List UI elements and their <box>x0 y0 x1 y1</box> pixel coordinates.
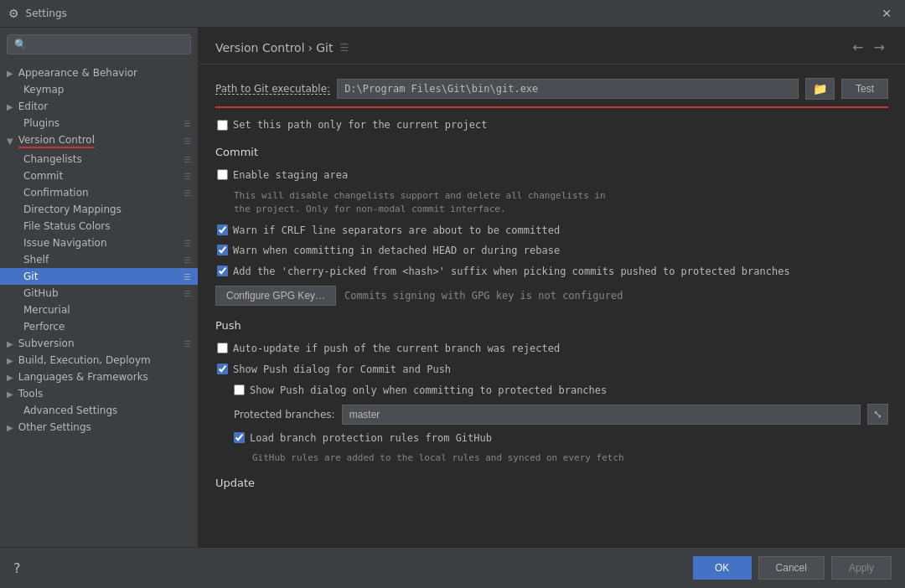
staging-area-row: Enable staging area <box>215 168 888 183</box>
protected-branches-label: Protected branches: <box>234 409 335 420</box>
commit-icon: ☰ <box>184 172 191 181</box>
show-push-dialog-checkbox[interactable] <box>217 364 228 374</box>
configure-gpg-button[interactable]: Configure GPG Key… <box>215 286 336 306</box>
sidebar-item-mercurial[interactable]: Mercurial <box>0 302 198 318</box>
sidebar-item-languages[interactable]: ▶ Languages & Frameworks <box>0 369 198 385</box>
sidebar-item-advanced-settings[interactable]: Advanced Settings <box>0 402 198 419</box>
sidebar-item-github[interactable]: GitHub ☰ <box>0 285 198 302</box>
sidebar-item-plugins[interactable]: Plugins ☰ <box>0 115 198 132</box>
load-branch-protection-label: Load branch protection rules from GitHub <box>250 431 492 446</box>
sidebar-item-other-settings[interactable]: ▶ Other Settings <box>0 419 198 436</box>
push-dialog-protected-label: Show Push dialog only when committing to… <box>250 384 607 398</box>
content-header: Version Control › Git ☰ ← → <box>199 28 905 64</box>
sidebar-item-shelf[interactable]: Shelf ☰ <box>0 251 198 268</box>
sidebar-item-label: Shelf <box>23 254 49 266</box>
sidebar-item-appearance[interactable]: ▶ Appearance & Behavior <box>0 64 198 81</box>
commit-section: Commit Enable staging area This will dis… <box>215 146 888 306</box>
sidebar-item-issue-navigation[interactable]: Issue Navigation ☰ <box>0 235 198 251</box>
sidebar-item-label: Editor <box>18 101 49 112</box>
apply-button[interactable]: Apply <box>831 556 892 580</box>
protected-expand-button[interactable]: ⤡ <box>867 404 888 425</box>
forward-button[interactable]: → <box>871 38 888 57</box>
ok-button[interactable]: OK <box>693 556 752 580</box>
sidebar-item-file-status-colors[interactable]: File Status Colors <box>0 218 198 235</box>
arrow-icon: ▶ <box>7 423 13 432</box>
sidebar-item-label: Languages & Frameworks <box>18 371 148 383</box>
changelists-icon: ☰ <box>184 155 191 164</box>
warn-detached-row: Warn when committing in detached HEAD or… <box>215 244 888 258</box>
auto-update-row: Auto-update if push of the current branc… <box>215 342 888 356</box>
arrow-icon: ▶ <box>7 373 13 382</box>
arrow-icon: ▼ <box>7 137 13 146</box>
window-title: Settings <box>26 8 871 19</box>
app-icon: ⚙ <box>8 7 19 20</box>
push-dialog-protected-checkbox[interactable] <box>234 384 245 395</box>
breadcrumb-part1: Version Control <box>215 41 305 54</box>
update-section: Update <box>215 477 888 489</box>
breadcrumb-separator: › <box>308 41 313 54</box>
browse-button[interactable]: 📁 <box>805 78 835 100</box>
gpg-status-label: Commits signing with GPG key is not conf… <box>344 290 623 302</box>
sidebar: ▶ Appearance & Behavior Keymap ▶ Editor … <box>0 28 199 547</box>
sidebar-item-label: Plugins <box>23 117 59 129</box>
error-underline <box>215 106 888 108</box>
breadcrumb-menu-icon: ☰ <box>339 42 349 54</box>
sidebar-item-keymap[interactable]: Keymap <box>0 81 198 98</box>
issue-nav-icon: ☰ <box>184 239 191 248</box>
sidebar-item-label: Appearance & Behavior <box>18 67 137 79</box>
warn-crlf-row: Warn if CRLF line separators are about t… <box>215 224 888 238</box>
set-path-only-label: Set this path only for the current proje… <box>233 118 487 132</box>
breadcrumb: Version Control › Git ☰ <box>215 41 349 54</box>
sidebar-item-build[interactable]: ▶ Build, Execution, Deploym <box>0 352 198 369</box>
sidebar-item-changelists[interactable]: Changelists ☰ <box>0 151 198 168</box>
search-input[interactable] <box>7 34 191 54</box>
load-branch-protection-checkbox[interactable] <box>234 432 245 443</box>
path-row: Path to Git executable: 📁 Test <box>215 78 888 100</box>
sidebar-item-perforce[interactable]: Perforce <box>0 318 198 335</box>
git-path-input[interactable] <box>337 79 799 99</box>
staging-area-description: This will disable changelists support an… <box>234 189 888 217</box>
update-section-title: Update <box>215 477 888 489</box>
load-branch-protection-row: Load branch protection rules from GitHub <box>215 431 888 446</box>
warn-crlf-checkbox[interactable] <box>217 224 228 235</box>
sidebar-item-label: Commit <box>23 170 63 182</box>
github-icon: ☰ <box>184 289 191 298</box>
sidebar-item-directory-mappings[interactable]: Directory Mappings <box>0 201 198 218</box>
title-bar: ⚙ Settings ✕ <box>0 0 905 28</box>
sidebar-item-confirmation[interactable]: Confirmation ☰ <box>0 184 198 201</box>
sidebar-item-label: Git <box>23 271 38 282</box>
cancel-button[interactable]: Cancel <box>758 556 825 580</box>
staging-area-checkbox[interactable] <box>217 169 228 180</box>
sidebar-item-subversion[interactable]: ▶ Subversion ☰ <box>0 335 198 352</box>
auto-update-label: Auto-update if push of the current branc… <box>233 342 560 356</box>
auto-update-checkbox[interactable] <box>217 343 228 353</box>
staging-area-label: Enable staging area <box>233 168 348 183</box>
sidebar-item-label: Version Control <box>18 134 95 148</box>
sidebar-item-version-control[interactable]: ▼ Version Control ☰ <box>0 132 198 151</box>
sidebar-item-editor[interactable]: ▶ Editor <box>0 98 198 115</box>
path-label: Path to Git executable: <box>215 83 330 95</box>
sidebar-item-tools[interactable]: ▶ Tools <box>0 385 198 402</box>
sidebar-item-git[interactable]: Git ☰ <box>0 268 198 285</box>
sidebar-item-label: Tools <box>18 388 44 400</box>
sidebar-item-label: GitHub <box>23 287 59 299</box>
sidebar-item-label: Confirmation <box>23 187 89 199</box>
set-path-only-checkbox[interactable] <box>217 120 228 131</box>
protected-branches-input[interactable] <box>342 405 861 425</box>
github-rules-description: GitHub rules are added to the local rule… <box>252 452 888 463</box>
main-content: Version Control › Git ☰ ← → Path to Git … <box>199 28 905 547</box>
git-icon: ☰ <box>184 272 191 281</box>
arrow-icon: ▶ <box>7 69 13 78</box>
plugin-icon: ☰ <box>184 119 191 128</box>
test-button[interactable]: Test <box>841 79 888 99</box>
warn-detached-checkbox[interactable] <box>217 245 228 255</box>
arrow-icon: ▶ <box>7 102 13 111</box>
push-section: Push Auto-update if push of the current … <box>215 319 888 463</box>
back-button[interactable]: ← <box>849 38 866 57</box>
warn-crlf-label: Warn if CRLF line separators are about t… <box>233 224 560 238</box>
close-button[interactable]: ✕ <box>877 5 897 22</box>
sidebar-item-commit[interactable]: Commit ☰ <box>0 168 198 184</box>
cherry-pick-checkbox[interactable] <box>217 266 228 276</box>
shelf-icon: ☰ <box>184 255 191 265</box>
help-button[interactable]: ? <box>13 560 21 576</box>
